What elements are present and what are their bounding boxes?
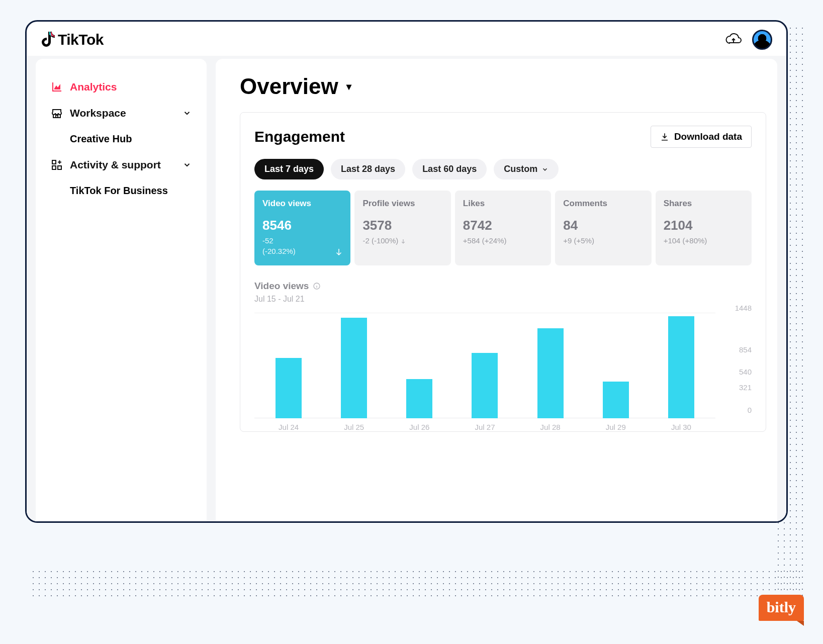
brand-text: TikTok — [58, 31, 104, 48]
arrow-down-icon — [400, 238, 406, 244]
metric-shares[interactable]: Shares 2104 +104 (+80%) — [656, 191, 752, 265]
metric-delta: +9 (+5%) — [563, 235, 643, 246]
chart-bar[interactable] — [668, 316, 694, 418]
metric-video-views[interactable]: Video views 8546 -52 (-20.32%) — [254, 191, 350, 265]
metric-value: 8546 — [262, 218, 342, 233]
chart-section-subtitle: Jul 15 - Jul 21 — [254, 295, 752, 304]
chart-section-title: Video views — [254, 281, 752, 292]
download-data-button[interactable]: Download data — [651, 126, 752, 148]
sidebar-item-creative-hub[interactable]: Creative Hub — [48, 126, 195, 152]
chart-x-label: Jul 29 — [603, 423, 629, 431]
brand-logo[interactable]: TikTok — [41, 31, 104, 48]
chart-y-label: 1448 — [735, 304, 752, 312]
chevron-down-icon — [541, 166, 548, 173]
metric-profile-views[interactable]: Profile views 3578 -2 (-100%) — [354, 191, 450, 265]
chart-y-label: 0 — [748, 406, 752, 414]
sidebar-item-label: Analytics — [70, 81, 117, 93]
range-last-60-days[interactable]: Last 60 days — [412, 159, 487, 179]
metric-value: 84 — [563, 218, 643, 233]
chart-bar[interactable] — [537, 328, 564, 418]
chart-bar[interactable] — [603, 382, 629, 418]
metric-comments[interactable]: Comments 84 +9 (+5%) — [555, 191, 651, 265]
chevron-down-icon — [182, 109, 192, 118]
chart-bar[interactable] — [472, 353, 498, 418]
metric-value: 8742 — [463, 218, 543, 233]
chart-bar[interactable] — [276, 358, 302, 418]
metric-label: Likes — [463, 199, 543, 209]
range-custom[interactable]: Custom — [494, 159, 559, 179]
metric-label: Profile views — [362, 199, 442, 209]
chart-y-label: 854 — [739, 345, 752, 354]
sidebar-item-label: TikTok For Business — [70, 185, 168, 196]
metric-value: 2104 — [664, 218, 744, 233]
sidebar-item-analytics[interactable]: Analytics — [48, 74, 195, 100]
sidebar-item-label: Creative Hub — [70, 133, 132, 144]
metric-label: Video views — [262, 199, 342, 209]
chart-area-icon — [51, 81, 63, 93]
metric-likes[interactable]: Likes 8742 +584 (+24%) — [455, 191, 551, 265]
download-icon — [660, 132, 669, 141]
metric-label: Comments — [563, 199, 643, 209]
sidebar-item-label: Activity & support — [70, 159, 161, 171]
svg-rect-0 — [52, 160, 56, 164]
metric-label: Shares — [664, 199, 744, 209]
svg-rect-1 — [52, 166, 56, 169]
metric-delta: +104 (+80%) — [664, 235, 744, 246]
chart-bar[interactable] — [406, 379, 432, 418]
chart-x-label: Jul 30 — [668, 423, 694, 431]
date-range-pills: Last 7 days Last 28 days Last 60 days Cu… — [254, 159, 752, 179]
metric-delta: -52 (-20.32%) — [262, 235, 342, 256]
metric-tiles: Video views 8546 -52 (-20.32%) Profile v… — [254, 191, 752, 265]
chart-x-label: Jul 28 — [537, 423, 564, 431]
video-views-chart: Jul 24Jul 25Jul 26Jul 27Jul 28Jul 29Jul … — [254, 313, 752, 431]
storefront-icon — [51, 107, 63, 119]
chart-x-label: Jul 25 — [341, 423, 367, 431]
metric-delta: -2 (-100%) — [362, 235, 442, 246]
arrow-down-icon — [334, 247, 343, 256]
main-content: Overview ▾ Engagement Download data Last… — [216, 59, 777, 521]
upload-cloud-icon[interactable] — [725, 33, 742, 46]
chart-y-label: 321 — [739, 383, 752, 392]
metric-delta: +584 (+24%) — [463, 235, 543, 246]
range-last-28-days[interactable]: Last 28 days — [331, 159, 405, 179]
sidebar-item-label: Workspace — [70, 107, 126, 119]
card-title: Engagement — [254, 128, 345, 145]
chart-x-label: Jul 27 — [472, 423, 498, 431]
app-window: TikTok Analytics Workspace Creative Hub — [25, 20, 788, 523]
chart-x-label: Jul 26 — [406, 423, 432, 431]
sidebar-item-activity-support[interactable]: Activity & support — [48, 152, 195, 178]
grid-plus-icon — [51, 159, 63, 171]
download-label: Download data — [674, 131, 742, 142]
page-title[interactable]: Overview ▾ — [240, 74, 766, 99]
sidebar-item-workspace[interactable]: Workspace — [48, 100, 195, 126]
page-title-text: Overview — [240, 74, 338, 99]
engagement-card: Engagement Download data Last 7 days Las… — [240, 112, 766, 432]
bitly-watermark: bitly — [759, 595, 804, 621]
range-last-7-days[interactable]: Last 7 days — [254, 159, 324, 179]
metric-value: 3578 — [362, 218, 442, 233]
decorative-dots-bottom — [30, 569, 803, 599]
svg-rect-2 — [58, 166, 61, 169]
tiktok-note-icon — [41, 32, 55, 48]
avatar[interactable] — [752, 30, 772, 50]
sidebar: Analytics Workspace Creative Hub Activit… — [36, 59, 207, 521]
chevron-down-icon — [182, 160, 192, 169]
chart-x-label: Jul 24 — [276, 423, 302, 431]
chart-bar[interactable] — [341, 318, 367, 418]
topbar: TikTok — [27, 22, 786, 56]
caret-down-icon: ▾ — [346, 80, 351, 93]
info-icon[interactable] — [313, 282, 321, 290]
chart-y-label: 540 — [739, 367, 752, 376]
sidebar-item-tiktok-for-business[interactable]: TikTok For Business — [48, 178, 195, 204]
